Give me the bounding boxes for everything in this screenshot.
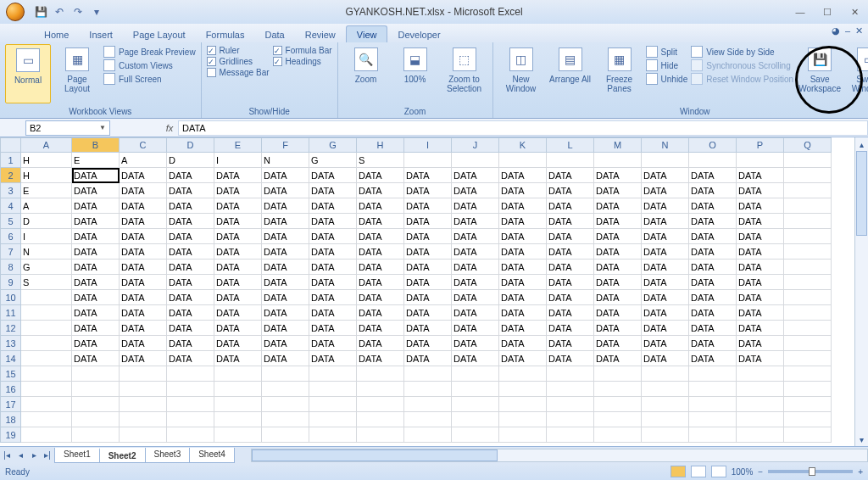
tab-developer[interactable]: Developer [387,26,450,42]
cell-J8[interactable]: DATA [452,260,499,275]
cell-F20[interactable] [262,443,309,444]
cell-M7[interactable]: DATA [594,244,642,260]
cell-P9[interactable]: DATA [737,275,784,290]
cell-L12[interactable]: DATA [547,321,594,336]
cell-O2[interactable]: DATA [689,168,737,183]
cell-E6[interactable]: DATA [214,229,262,244]
column-header-N[interactable]: N [642,138,689,153]
cell-A17[interactable] [21,397,72,412]
column-header-D[interactable]: D [167,138,214,153]
cell-Q20[interactable] [784,443,832,444]
help-icon[interactable]: ◕ [832,25,840,36]
cell-J20[interactable] [452,443,499,444]
zoom-100-button[interactable]: ⬓100% [392,44,438,103]
row-header-10[interactable]: 10 [1,290,21,305]
column-header-O[interactable]: O [689,138,737,153]
normal-view-button[interactable]: ▭Normal [5,44,51,103]
cell-G5[interactable]: DATA [309,214,357,229]
cell-B17[interactable] [72,397,120,412]
cell-B5[interactable]: DATA [72,214,120,229]
row-header-19[interactable]: 19 [1,427,21,443]
row-header-15[interactable]: 15 [1,366,21,382]
reset-window-position-button[interactable]: Reset Window Position [691,73,793,85]
cell-A3[interactable]: E [21,183,72,198]
cell-A19[interactable] [21,427,72,443]
cell-D4[interactable]: DATA [167,198,214,214]
row-header-3[interactable]: 3 [1,183,21,198]
cell-F12[interactable]: DATA [262,321,309,336]
cell-A9[interactable]: S [21,275,72,290]
cell-J11[interactable]: DATA [452,305,499,321]
cell-B11[interactable]: DATA [72,305,120,321]
cell-G20[interactable] [309,443,357,444]
cell-L10[interactable]: DATA [547,290,594,305]
cell-B20[interactable] [72,443,120,444]
row-header-4[interactable]: 4 [1,198,21,214]
freeze-panes-button[interactable]: ▦Freeze Panes [597,44,643,103]
cell-K5[interactable]: DATA [499,214,547,229]
cell-C17[interactable] [120,397,167,412]
cell-B8[interactable]: DATA [72,260,120,275]
cell-O11[interactable]: DATA [689,305,737,321]
cell-N13[interactable]: DATA [642,336,689,351]
cell-F11[interactable]: DATA [262,305,309,321]
cell-Q5[interactable] [784,214,832,229]
cell-I20[interactable] [404,443,452,444]
cell-O14[interactable]: DATA [689,351,737,366]
cell-I15[interactable] [404,366,452,382]
cell-C14[interactable]: DATA [120,351,167,366]
switch-windows-button[interactable]: ▭Switch Windows [846,44,868,103]
cell-P20[interactable] [737,443,784,444]
cell-D7[interactable]: DATA [167,244,214,260]
cell-K18[interactable] [499,412,547,427]
cell-K9[interactable]: DATA [499,275,547,290]
cell-C4[interactable]: DATA [120,198,167,214]
view-side-by-side-button[interactable]: View Side by Side [691,46,793,58]
cell-H7[interactable]: DATA [357,244,404,260]
row-header-14[interactable]: 14 [1,351,21,366]
cell-I17[interactable] [404,397,452,412]
cell-O6[interactable]: DATA [689,229,737,244]
cell-J5[interactable]: DATA [452,214,499,229]
tab-insert[interactable]: Insert [79,26,123,42]
cell-L16[interactable] [547,382,594,397]
row-header-1[interactable]: 1 [1,153,21,168]
column-header-J[interactable]: J [452,138,499,153]
arrange-all-button[interactable]: ▤Arrange All [548,44,593,103]
cell-I8[interactable]: DATA [404,260,452,275]
cell-F9[interactable]: DATA [262,275,309,290]
cell-N7[interactable]: DATA [642,244,689,260]
cell-M8[interactable]: DATA [594,260,642,275]
cell-C11[interactable]: DATA [120,305,167,321]
cell-A15[interactable] [21,366,72,382]
cell-G11[interactable]: DATA [309,305,357,321]
cell-F2[interactable]: DATA [262,168,309,183]
cell-B10[interactable]: DATA [72,290,120,305]
cell-D9[interactable]: DATA [167,275,214,290]
cell-P1[interactable] [737,153,784,168]
cell-M20[interactable] [594,443,642,444]
cell-H17[interactable] [357,397,404,412]
close-button[interactable]: ✕ [841,3,868,20]
cell-N4[interactable]: DATA [642,198,689,214]
cell-B2[interactable]: DATA [72,168,120,183]
row-header-18[interactable]: 18 [1,412,21,427]
cell-D19[interactable] [167,427,214,443]
cell-J16[interactable] [452,382,499,397]
cell-D10[interactable]: DATA [167,290,214,305]
cell-F17[interactable] [262,397,309,412]
cell-G3[interactable]: DATA [309,183,357,198]
cell-A14[interactable] [21,351,72,366]
cell-M13[interactable]: DATA [594,336,642,351]
cell-O15[interactable] [689,366,737,382]
cell-G12[interactable]: DATA [309,321,357,336]
cell-K14[interactable]: DATA [499,351,547,366]
cell-L9[interactable]: DATA [547,275,594,290]
cell-E12[interactable]: DATA [214,321,262,336]
cell-B3[interactable]: DATA [72,183,120,198]
office-button[interactable] [0,0,31,24]
cell-O12[interactable]: DATA [689,321,737,336]
cell-F4[interactable]: DATA [262,198,309,214]
cell-O13[interactable]: DATA [689,336,737,351]
cell-O20[interactable] [689,443,737,444]
